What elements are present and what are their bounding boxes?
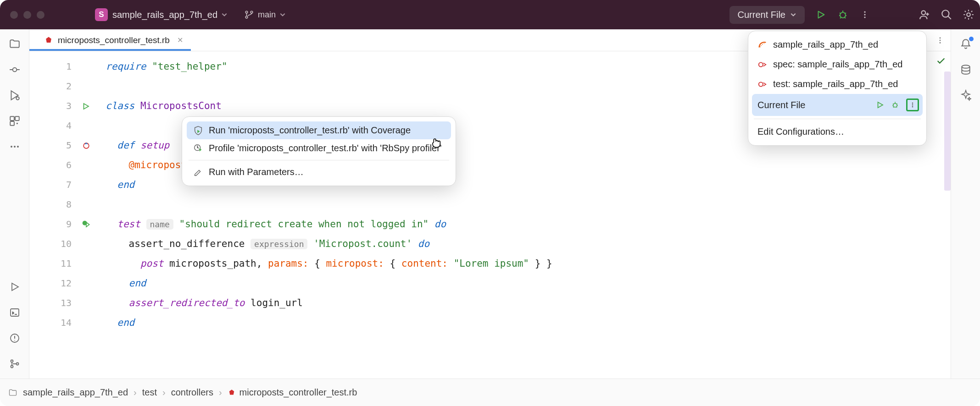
left-tool-rail [0,29,29,379]
svg-point-24 [940,37,941,38]
editor-tab[interactable]: microposts_controller_test.rb ✕ [38,29,189,51]
svg-point-17 [14,146,16,148]
menu-item-run-coverage[interactable]: Run 'microposts_controller_test.rb' with… [187,121,451,139]
svg-rect-19 [11,309,19,316]
line-number: 1 [29,57,72,77]
vcs-tool-icon[interactable] [8,357,21,370]
line-number: 8 [29,195,72,214]
svg-point-29 [962,65,969,68]
problems-tool-icon[interactable] [8,332,21,345]
notification-dot-icon [969,37,974,41]
gutter-icons [79,57,101,234]
svg-point-1 [245,16,248,18]
svg-point-21 [11,360,13,362]
pencil-icon [193,167,203,177]
profiler-icon [193,143,203,154]
database-tool-icon[interactable] [959,63,972,76]
terminal-tool-icon[interactable] [8,306,21,319]
run-config-popup: sample_rails_app_7th_ed spec: sample_rai… [748,31,927,146]
ai-assistant-icon[interactable] [959,89,972,102]
structure-tool-icon[interactable] [8,89,21,102]
svg-point-0 [245,11,248,13]
search-icon[interactable] [941,9,952,21]
breadcrumb-item[interactable]: controllers [171,387,213,398]
svg-point-9 [967,13,970,16]
line-number: 13 [29,293,72,313]
active-tab-indicator [29,49,191,51]
project-name[interactable]: sample_rails_app_7th_ed [112,10,217,20]
menu-item-profile[interactable]: Profile 'microposts_controller_test.rb' … [187,139,451,157]
svg-point-23 [16,363,18,365]
menu-item-run-params[interactable]: Run with Parameters… [187,163,451,181]
run-config-current-file[interactable]: Current File [752,94,923,116]
window-controls [10,11,45,19]
breadcrumb-item[interactable]: sample_rails_app_7th_ed [23,387,128,398]
run-config-label: Current File [738,10,785,20]
run-test-gutter-icon[interactable] [79,214,101,234]
rspec-icon [757,60,768,70]
svg-point-5 [864,14,865,15]
test-icon [757,79,768,89]
line-number: 11 [29,254,72,274]
svg-point-8 [942,10,949,17]
coverage-icon [193,126,203,136]
scrollbar[interactable] [944,71,951,191]
svg-rect-13 [15,116,19,121]
settings-icon[interactable] [963,9,974,21]
inspection-ok-icon[interactable] [936,56,946,66]
more-options-icon[interactable] [906,99,919,111]
breadcrumb-item[interactable]: microposts_controller_test.rb [228,387,357,398]
close-tab-icon[interactable]: ✕ [177,36,183,44]
run-config-item[interactable]: test: sample_rails_app_7th_ed [748,74,926,94]
commit-tool-icon[interactable] [8,63,21,76]
menu-separator [189,160,449,160]
run-class-gutter-icon[interactable] [79,96,101,116]
run-button[interactable] [815,9,827,21]
code-with-me-icon[interactable] [919,9,930,21]
svg-point-32 [759,82,763,86]
run-config-dropdown[interactable]: Current File [729,6,805,24]
debug-button[interactable] [837,9,849,21]
breadcrumb: sample_rails_app_7th_ed › test › control… [0,379,980,406]
chevron-down-icon [279,11,286,18]
run-icon[interactable] [876,101,884,109]
cursor-icon [429,136,442,148]
bookmarks-tool-icon[interactable] [8,115,21,127]
branch-name: main [258,10,276,20]
run-config-item[interactable]: sample_rails_app_7th_ed [748,35,926,55]
svg-point-4 [864,11,865,13]
ruby-file-icon [44,36,53,45]
line-number: 6 [29,155,72,175]
rails-icon [757,40,768,50]
more-actions-icon[interactable] [859,9,871,21]
debug-icon[interactable] [891,100,900,110]
line-number: 14 [29,313,72,333]
minimize-window-icon[interactable] [23,11,31,19]
right-tool-rail [951,29,980,379]
svg-point-16 [11,146,12,148]
run-config-item[interactable]: spec: sample_rails_app_7th_ed [748,55,926,74]
run-config-label: test: sample_rails_app_7th_ed [773,79,898,89]
titlebar: S sample_rails_app_7th_ed main Current F… [0,0,980,29]
more-tools-icon[interactable] [8,140,21,153]
code-content[interactable]: require "test_helper" class MicropostsCo… [79,51,552,379]
chevron-down-icon[interactable] [221,11,228,18]
run-config-label: sample_rails_app_7th_ed [773,39,878,50]
navigate-gutter-icon[interactable] [79,136,101,155]
svg-point-22 [11,366,13,368]
maximize-window-icon[interactable] [37,11,45,19]
run-tool-icon[interactable] [8,280,21,293]
project-tool-icon[interactable] [8,38,21,50]
ruby-file-icon [228,389,236,397]
tab-more-icon[interactable] [936,36,944,44]
svg-point-33 [893,104,897,107]
vcs-branch[interactable]: main [244,10,286,20]
close-window-icon[interactable] [10,11,18,19]
chevron-right-icon: › [162,387,166,398]
menu-separator [754,119,921,119]
breadcrumb-item[interactable]: test [142,387,157,398]
line-number: 10 [29,234,72,254]
edit-configurations[interactable]: Edit Configurations… [748,122,926,142]
svg-rect-14 [10,121,14,126]
svg-point-10 [12,68,17,72]
